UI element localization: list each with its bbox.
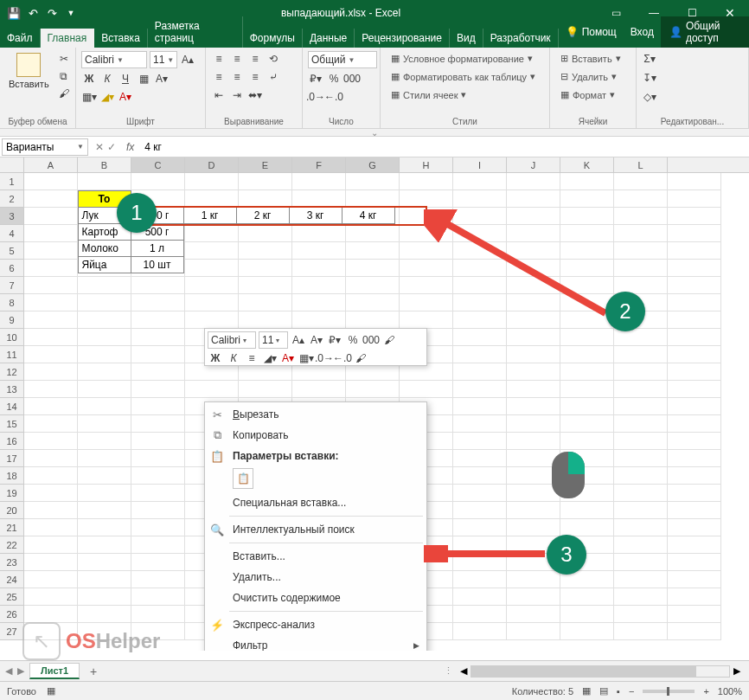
cell[interactable]	[78, 536, 131, 554]
ctx-insert[interactable]: Вставить...	[205, 546, 426, 567]
col-header[interactable]: L	[614, 157, 668, 172]
cell[interactable]	[24, 502, 78, 519]
macro-record-icon[interactable]: ▦	[47, 685, 55, 697]
cell[interactable]	[560, 208, 614, 225]
row-header[interactable]: 14	[0, 398, 24, 415]
cell[interactable]	[668, 190, 721, 208]
cell[interactable]	[78, 519, 131, 536]
cell[interactable]	[24, 433, 78, 450]
cell[interactable]	[185, 381, 239, 398]
mini-border-icon[interactable]: ▦▾	[298, 350, 314, 366]
cell[interactable]	[614, 415, 668, 433]
help-tell-me[interactable]: 💡 Помощ	[559, 16, 624, 48]
col-header[interactable]: E	[239, 157, 292, 172]
cell[interactable]	[400, 277, 453, 294]
cell[interactable]	[453, 450, 507, 467]
cell[interactable]	[239, 294, 292, 311]
cell[interactable]	[24, 311, 78, 329]
zoom-out-icon[interactable]: −	[629, 686, 634, 697]
tab-formulas[interactable]: Формулы	[243, 29, 303, 48]
paste-option-button[interactable]: 📋	[233, 468, 253, 489]
cell[interactable]	[507, 415, 560, 433]
ctx-cut[interactable]: ✂Вырезать	[205, 404, 426, 425]
table-cell[interactable]: 3 кг	[289, 207, 342, 224]
enter-formula-icon[interactable]: ✓	[107, 141, 116, 153]
cell[interactable]	[24, 450, 78, 467]
cancel-formula-icon[interactable]: ✕	[95, 141, 104, 153]
cell[interactable]	[453, 329, 507, 346]
cell[interactable]	[24, 571, 78, 588]
font-name-combo[interactable]: Calibri▼	[81, 51, 147, 68]
cell[interactable]	[400, 363, 453, 381]
horizontal-scrollbar[interactable]: ⋮ ◀ ▶	[440, 665, 744, 678]
sheet-nav-prev-icon[interactable]: ◀	[5, 665, 12, 677]
table-cell[interactable]: 1 л	[131, 240, 184, 257]
col-header[interactable]: J	[507, 157, 560, 172]
cell[interactable]	[400, 190, 453, 208]
fx-icon[interactable]: fx	[121, 141, 139, 153]
cell[interactable]	[614, 208, 668, 225]
tab-pagelayout[interactable]: Разметка страниц	[148, 16, 243, 48]
delete-cells-button[interactable]: ⊟ Удалить ▾	[555, 69, 631, 84]
cell[interactable]	[453, 190, 507, 208]
row-header[interactable]: 26	[0, 606, 24, 623]
cell[interactable]	[507, 398, 560, 415]
row-header[interactable]: 19	[0, 485, 24, 502]
cell[interactable]	[78, 554, 131, 571]
ribbon-collapse-icon[interactable]: ⌄	[0, 129, 749, 137]
cell[interactable]	[668, 502, 721, 519]
cell[interactable]	[507, 606, 560, 623]
cell[interactable]	[78, 381, 131, 398]
cell[interactable]	[78, 346, 131, 363]
cell[interactable]	[560, 277, 614, 294]
cell[interactable]	[78, 467, 131, 485]
cell[interactable]	[400, 173, 453, 190]
add-sheet-button[interactable]: +	[85, 665, 102, 678]
mini-fill-icon[interactable]: ◢▾	[262, 350, 278, 366]
cell[interactable]	[614, 536, 668, 554]
cell[interactable]	[614, 502, 668, 519]
cell[interactable]	[239, 311, 292, 329]
row-header[interactable]: 4	[0, 225, 24, 242]
cell[interactable]	[453, 502, 507, 519]
cell[interactable]	[668, 450, 721, 467]
cell[interactable]	[668, 329, 721, 346]
cell[interactable]	[78, 433, 131, 450]
mini-font-combo[interactable]: Calibri▾	[208, 331, 256, 349]
cell[interactable]	[400, 208, 453, 225]
mini-comma-icon[interactable]: 000	[363, 332, 379, 348]
cell[interactable]	[668, 536, 721, 554]
cell[interactable]	[185, 363, 239, 381]
cell[interactable]	[346, 311, 400, 329]
cell[interactable]	[131, 606, 185, 623]
cell[interactable]	[507, 225, 560, 242]
cell[interactable]	[78, 502, 131, 519]
cell[interactable]	[614, 450, 668, 467]
cell[interactable]	[24, 606, 78, 623]
table-cell[interactable]: Молоко	[78, 240, 131, 257]
row-header[interactable]: 6	[0, 260, 24, 277]
format-table-button[interactable]: ▦ Форматировать как таблицу ▾	[386, 69, 544, 84]
font-size-combo[interactable]: 11▼	[150, 51, 177, 68]
col-header[interactable]: B	[78, 157, 131, 172]
row-header[interactable]: 12	[0, 363, 24, 381]
mini-painter-icon[interactable]: 🖌	[381, 332, 397, 348]
align-middle-icon[interactable]: ≡	[229, 51, 245, 67]
cell[interactable]	[24, 329, 78, 346]
cell[interactable]	[78, 294, 131, 311]
row-header[interactable]: 24	[0, 571, 24, 588]
cell[interactable]	[131, 329, 185, 346]
col-header[interactable]: K	[560, 157, 614, 172]
cell[interactable]	[78, 277, 131, 294]
cell[interactable]	[131, 519, 185, 536]
mini-size-combo[interactable]: 11▾	[259, 331, 288, 349]
conditional-formatting-button[interactable]: ▦ Условное форматирование ▾	[386, 51, 544, 66]
cell[interactable]	[453, 225, 507, 242]
border-dropdown-icon[interactable]: ▦▾	[81, 89, 97, 105]
col-header[interactable]: F	[292, 157, 346, 172]
cell[interactable]	[614, 606, 668, 623]
cell[interactable]	[453, 173, 507, 190]
cell[interactable]	[560, 433, 614, 450]
cell[interactable]	[560, 415, 614, 433]
cell[interactable]	[614, 190, 668, 208]
